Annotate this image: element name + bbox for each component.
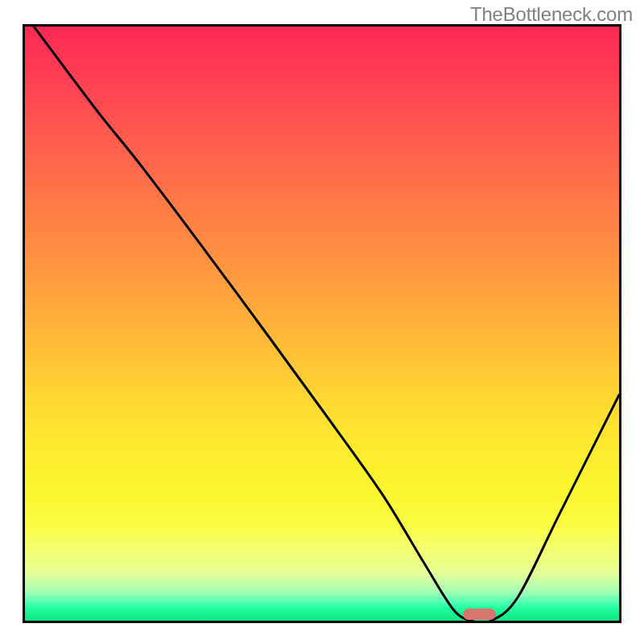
bottleneck-curve-svg [25, 27, 619, 621]
bottleneck-curve-path [34, 27, 619, 621]
optimal-zone-marker [463, 609, 496, 620]
plot-area [25, 27, 619, 621]
watermark-text: TheBottleneck.com [470, 3, 633, 26]
chart-container: TheBottleneck.com [0, 0, 644, 644]
